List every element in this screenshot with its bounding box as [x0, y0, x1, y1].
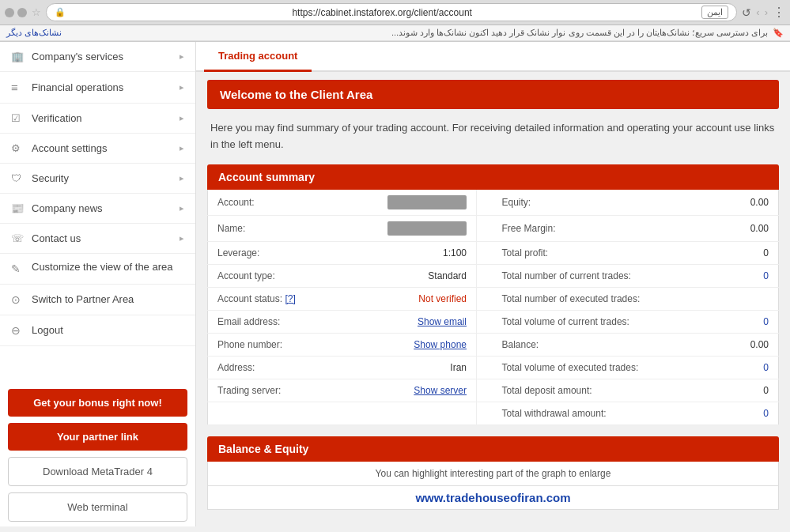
table-row: Phone number: Show phone Balance: 0.00 — [208, 333, 779, 356]
sidebar-item-financial-operations[interactable]: ≡ Financial operations ▸ — [0, 72, 195, 104]
sidebar-item-logout[interactable]: ⊖ Logout — [0, 315, 195, 346]
sidebar-item-label: Company's services — [32, 51, 180, 62]
email-value[interactable]: Show email — [335, 310, 477, 333]
lock-icon: 🔒 — [55, 7, 66, 17]
sidebar-item-label: Switch to Partner Area — [32, 293, 184, 305]
reload-icon[interactable]: ↺ — [742, 6, 751, 19]
sidebar-item-account-settings[interactable]: ⚙ Account settings ▸ — [0, 134, 195, 164]
table-row: Name: Free Margin: 0.00 — [208, 215, 779, 241]
web-terminal-button[interactable]: Web terminal — [8, 492, 187, 522]
browser-dot — [5, 8, 14, 17]
balance-value: 0.00 — [723, 333, 778, 356]
intro-text: Here you may find summary of your tradin… — [207, 120, 779, 153]
status-help-link[interactable]: [?] — [285, 293, 295, 304]
app-layout: 🏢 Company's services ▸ ≡ Financial opera… — [0, 42, 790, 526]
browser-chrome: ☆ 🔒 https://cabinet.instaforex.org/clien… — [0, 0, 790, 42]
watermark-text: www.tradehouseofiran.com — [207, 486, 779, 510]
security-icon: 🛡 — [11, 172, 25, 184]
forward-icon[interactable]: › — [765, 6, 768, 18]
account-summary-section: Account summary Account: Equity: 0.00 — [207, 164, 779, 425]
sidebar-item-label: Logout — [32, 324, 184, 336]
chevron-right-icon: ▸ — [180, 173, 184, 183]
bookmarks-label[interactable]: نشانک‌های دیگر — [6, 28, 62, 38]
account-label: Account: — [208, 190, 335, 216]
bookmarks-text: برای دسترسی سریع؛ نشانک‌هایتان را در این… — [391, 28, 768, 38]
account-settings-icon: ⚙ — [11, 142, 25, 154]
tab-trading-account[interactable]: Trading account — [204, 42, 312, 72]
sidebar-nav: 🏢 Company's services ▸ ≡ Financial opera… — [0, 42, 195, 381]
total-profit-value: 0 — [723, 241, 778, 264]
empty-left — [208, 402, 335, 424]
phone-value[interactable]: Show phone — [335, 333, 477, 356]
name-masked — [387, 221, 467, 236]
sidebar-item-company-services[interactable]: 🏢 Company's services ▸ — [0, 42, 195, 72]
bonus-button[interactable]: Get your bonus right now! — [8, 389, 187, 417]
sidebar-item-label: Customize the view of the area — [32, 260, 184, 274]
chevron-right-icon: ▸ — [180, 82, 184, 92]
company-services-icon: 🏢 — [11, 51, 25, 62]
phone-label: Phone number: — [208, 333, 335, 356]
current-volume-value: 0 — [723, 310, 778, 333]
chevron-right-icon: ▸ — [180, 51, 184, 62]
sidebar-item-contact-us[interactable]: ☏ Contact us ▸ — [0, 224, 195, 254]
balance-note: You can highlight interesting part of th… — [207, 462, 779, 486]
balance-equity-header: Balance & Equity — [207, 436, 779, 462]
total-profit-label: Total profit: — [493, 241, 724, 264]
download-mt4-button[interactable]: Download MetaTrader 4 — [8, 457, 187, 486]
content-tabs: Trading account — [196, 42, 790, 72]
account-status-value: Not verified — [335, 287, 477, 310]
trading-server-value[interactable]: Show server — [335, 379, 477, 402]
table-row: Account: Equity: 0.00 — [208, 190, 779, 216]
sidebar-item-verification[interactable]: ☑ Verification ▸ — [0, 104, 195, 134]
executed-volume-value: 0 — [723, 356, 778, 379]
table-row: Email address: Show email Total volume o… — [208, 310, 779, 333]
account-summary-table: Account: Equity: 0.00 Name: — [207, 190, 779, 425]
sidebar-item-label: Financial operations — [32, 81, 180, 93]
sidebar-item-label: Security — [32, 172, 180, 184]
sidebar-item-company-news[interactable]: 📰 Company news ▸ — [0, 194, 195, 224]
back-icon[interactable]: ‹ — [756, 6, 759, 18]
url-text: https://cabinet.instaforex.org/client/ac… — [69, 7, 695, 18]
executed-trades-label: Total number of executed trades: — [493, 287, 724, 310]
free-margin-value: 0.00 — [723, 215, 778, 241]
sidebar-item-label: Company news — [32, 202, 180, 214]
current-trades-value: 0 — [723, 264, 778, 287]
sidebar-item-security[interactable]: 🛡 Security ▸ — [0, 164, 195, 194]
sidebar: 🏢 Company's services ▸ ≡ Financial opera… — [0, 42, 196, 526]
bookmark-icon: 🔖 — [773, 28, 784, 38]
financial-operations-icon: ≡ — [11, 81, 25, 94]
main-content: Trading account Welcome to the Client Ar… — [196, 42, 790, 526]
trading-server-label: Trading server: — [208, 379, 335, 402]
sidebar-item-switch-partner[interactable]: ⊙ Switch to Partner Area — [0, 285, 195, 315]
table-row: Account type: Standard Total number of c… — [208, 264, 779, 287]
table-row: Account status: [?] Not verified Total n… — [208, 287, 779, 310]
contact-us-icon: ☏ — [11, 232, 25, 244]
empty-right — [335, 402, 477, 424]
deposit-value: 0 — [723, 379, 778, 402]
chevron-right-icon: ▸ — [180, 233, 184, 243]
withdrawal-value: 0 — [723, 402, 778, 424]
welcome-banner: Welcome to the Client Area — [207, 80, 779, 109]
withdrawal-label: Total withdrawal amount: — [493, 402, 724, 424]
balance-label: Balance: — [493, 333, 724, 356]
address-label: Address: — [208, 356, 335, 379]
balance-equity-section: Balance & Equity You can highlight inter… — [207, 436, 779, 510]
equity-value: 0.00 — [723, 190, 778, 216]
account-value — [335, 190, 477, 216]
sidebar-item-customize[interactable]: ✎ Customize the view of the area — [0, 254, 195, 285]
account-masked — [387, 195, 467, 209]
current-trades-label: Total number of current trades: — [493, 264, 724, 287]
menu-icon[interactable]: ⋮ — [773, 5, 785, 20]
url-bar[interactable]: 🔒 https://cabinet.instaforex.org/client/… — [46, 3, 737, 21]
browser-toolbar: ☆ 🔒 https://cabinet.instaforex.org/clien… — [0, 0, 790, 25]
email-label: Email address: — [208, 310, 335, 333]
browser-dot — [17, 8, 27, 17]
star-icon[interactable]: ☆ — [32, 6, 41, 18]
free-margin-label: Free Margin: — [493, 215, 724, 241]
company-news-icon: 📰 — [11, 202, 25, 214]
executed-trades-value — [723, 287, 778, 310]
leverage-value: 1:100 — [335, 241, 477, 264]
partner-link-button[interactable]: Your partner link — [8, 423, 187, 451]
current-volume-label: Total volume of current trades: — [493, 310, 724, 333]
logout-icon: ⊖ — [11, 324, 25, 337]
